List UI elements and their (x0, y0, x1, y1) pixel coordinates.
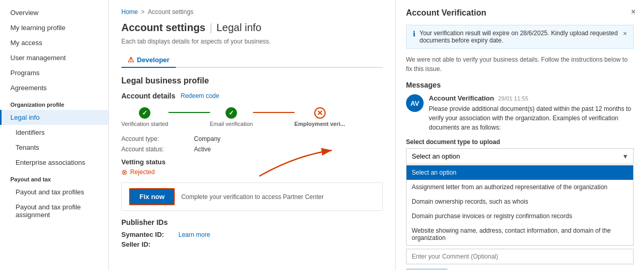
message-time: 29/01 11:55 (498, 95, 528, 102)
account-type-label: Account type: (121, 135, 173, 143)
info-banner-close[interactable]: × (623, 30, 627, 37)
sidebar-item-my-access[interactable]: My access (0, 35, 108, 50)
rejected-icon: ⊗ (121, 168, 128, 176)
breadcrumb: Home > Account settings (121, 8, 383, 16)
dropdown-option-2[interactable]: Domain ownership records, such as whois (407, 194, 633, 209)
sidebar-item-tenants[interactable]: Tenants (0, 140, 108, 155)
account-status-value: Active (194, 146, 211, 153)
step-2: ✓ Email verification (210, 107, 253, 127)
progress-bar: ✓ Verification started ✓ Email verificat… (121, 107, 383, 127)
rejected-label: Rejected (130, 168, 155, 176)
dropdown-option-4[interactable]: Website showing name, address, contact i… (407, 223, 633, 245)
symantec-id-row: Symantec ID: Learn more (121, 231, 383, 238)
messages-title: Messages (406, 81, 634, 89)
message-card: AV Account Verification 29/01 11:55 Plea… (406, 94, 634, 138)
message-text: Please provide additional document(s) da… (429, 104, 634, 132)
breadcrumb-home[interactable]: Home (121, 8, 138, 16)
step-1-circle: ✓ (139, 107, 150, 119)
sidebar-item-programs[interactable]: Programs (0, 65, 108, 80)
main-content: Home > Account settings Account settings… (109, 0, 395, 270)
dropdown-option-1[interactable]: Assignment letter from an authorized rep… (407, 180, 633, 194)
section-title: Legal business profile (121, 76, 383, 86)
dropdown-option-0[interactable]: Select an option (407, 165, 633, 180)
dropdown-option-3[interactable]: Domain purchase invoices or registry con… (407, 209, 633, 223)
message-avatar: AV (406, 94, 424, 112)
sidebar: Overview My learning profile My access U… (0, 0, 109, 270)
sidebar-item-legal-info[interactable]: Legal info (0, 110, 108, 125)
seller-id-label: Seller ID: (121, 240, 173, 248)
message-header: Account Verification 29/01 11:55 (429, 94, 634, 102)
breadcrumb-current: Account settings (148, 8, 193, 16)
document-type-select[interactable]: Select an option Assignment letter from … (406, 148, 634, 164)
step-3-circle: ✕ (314, 107, 326, 119)
sidebar-item-identifiers[interactable]: Identifiers (0, 125, 108, 140)
sidebar-item-user-management[interactable]: User management (0, 50, 108, 65)
sidebar-item-overview[interactable]: Overview (0, 5, 108, 20)
step-2-circle: ✓ (226, 107, 237, 119)
publisher-ids-section: Publisher IDs Symantec ID: Learn more Se… (121, 218, 383, 248)
title-section: Legal info (216, 22, 261, 34)
panel-title: Account Verification (406, 8, 634, 18)
message-sender: Account Verification (429, 94, 494, 102)
sidebar-section-payout: Payout and tax (0, 170, 108, 184)
sidebar-section-org-profile: Organization profile (0, 95, 108, 110)
fix-banner-text: Complete your verification to access Par… (181, 193, 324, 201)
page-subtitle: Each tab displays details for aspects of… (121, 38, 383, 45)
sidebar-item-learning-profile[interactable]: My learning profile (0, 20, 108, 35)
message-body: Account Verification 29/01 11:55 Please … (429, 94, 634, 138)
symantec-id-label: Symantec ID: (121, 231, 173, 238)
fix-banner: Fix now Complete your verification to ac… (121, 182, 383, 211)
step-3-label: Employment veri... (295, 121, 345, 127)
learn-more-link[interactable]: Learn more (178, 231, 210, 238)
step-line-1 (169, 112, 210, 113)
panel-description: We were not able to verify your business… (406, 55, 634, 74)
account-status-label: Account status: (121, 146, 173, 153)
vetting-status: Vetting status ⊗ Rejected (121, 158, 383, 176)
select-label: Select document type to upload (406, 138, 634, 146)
tab-bar: ⚠ Developer (121, 52, 383, 68)
panel-close-button[interactable]: × (631, 7, 636, 17)
vetting-title: Vetting status (121, 158, 383, 166)
sidebar-item-enterprise-assoc[interactable]: Enterprise associations (0, 155, 108, 170)
comment-input[interactable] (406, 249, 634, 264)
step-2-label: Email verification (210, 121, 253, 127)
info-icon: ℹ (413, 30, 415, 38)
sidebar-item-payout-assignment[interactable]: Payout and tax profile assignment (0, 200, 108, 222)
step-3: ✕ Employment veri... (295, 107, 345, 127)
sidebar-item-agreements[interactable]: Agreements (0, 80, 108, 95)
step-1-label: Verification started (121, 121, 169, 127)
info-banner-text: Your verification result will expire on … (419, 30, 619, 44)
sidebar-item-payout-profiles[interactable]: Payout and tax profiles (0, 184, 108, 200)
tab-warn-icon: ⚠ (128, 55, 134, 64)
fix-now-button[interactable]: Fix now (129, 188, 175, 205)
account-details-title: Account details (121, 92, 175, 100)
select-wrapper: Select an option Assignment letter from … (406, 148, 634, 164)
account-type-row: Account type: Company (121, 135, 383, 143)
step-line-2 (253, 112, 295, 113)
dropdown-options: Select an option Assignment letter from … (406, 165, 634, 246)
step-1: ✓ Verification started (121, 107, 169, 127)
title-separator: | (209, 22, 212, 34)
tab-developer-label: Developer (137, 56, 170, 64)
tab-developer[interactable]: ⚠ Developer (121, 52, 176, 68)
breadcrumb-separator: > (141, 8, 145, 16)
account-status-row: Account status: Active (121, 146, 383, 153)
redeem-code-link[interactable]: Redeem code (180, 92, 219, 100)
page-title: Account settings (121, 22, 205, 34)
info-banner: ℹ Your verification result will expire o… (406, 25, 634, 49)
account-details-header: Account details Redeem code (121, 92, 383, 100)
seller-id-row: Seller ID: (121, 240, 383, 248)
account-type-value: Company (194, 135, 220, 143)
publisher-ids-title: Publisher IDs (121, 218, 383, 226)
account-verification-panel: Account Verification × ℹ Your verificati… (395, 0, 644, 270)
rejected-badge: ⊗ Rejected (121, 168, 383, 176)
